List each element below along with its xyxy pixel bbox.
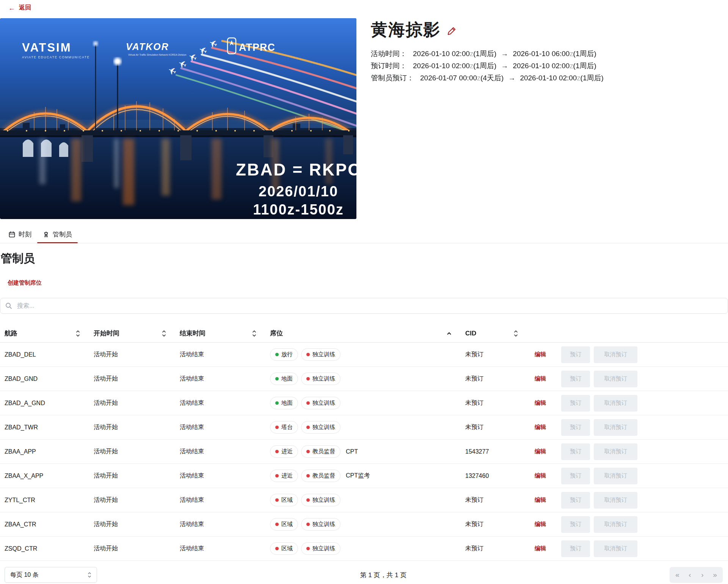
cancel-book-button[interactable]: 取消预订 xyxy=(594,346,637,363)
book-button[interactable]: 预订 xyxy=(561,346,590,363)
book-button[interactable]: 预订 xyxy=(561,371,590,387)
badge-label: 独立训练 xyxy=(312,375,335,382)
cancel-book-button[interactable]: 取消预订 xyxy=(594,468,637,484)
book-button[interactable]: 预订 xyxy=(561,443,590,460)
search-bar xyxy=(0,298,728,314)
cancel-book-button[interactable]: 取消预订 xyxy=(594,419,637,436)
sort-icon xyxy=(162,330,166,337)
end-time-cell: 活动结束 xyxy=(175,375,265,383)
actions-cell: 编辑 预订 取消预订 xyxy=(527,516,728,533)
badge-label: 独立训练 xyxy=(312,399,335,407)
cancel-book-button[interactable]: 取消预订 xyxy=(594,395,637,412)
tab-bar: 时刻 管制员 xyxy=(0,226,728,243)
cid-cell: 未预订 xyxy=(461,351,527,359)
edit-link[interactable]: 编辑 xyxy=(535,399,546,407)
end-time-cell: 活动结束 xyxy=(175,472,265,480)
book-button[interactable]: 预订 xyxy=(561,492,590,509)
badge-label: 进近 xyxy=(281,448,293,455)
route-cell: ZBAD_GND xyxy=(0,376,89,382)
tab-schedule[interactable]: 时刻 xyxy=(3,226,37,243)
position-badges: 地面独立训练 xyxy=(270,397,340,409)
badge-dot xyxy=(306,474,310,478)
badge-label: 地面 xyxy=(281,375,293,382)
back-arrow-icon: ← xyxy=(8,5,15,11)
end-time-cell: 活动结束 xyxy=(175,423,265,431)
edit-link[interactable]: 编辑 xyxy=(535,545,546,552)
edit-event-icon[interactable] xyxy=(447,26,457,36)
page-size-select[interactable]: 每页 10 条 xyxy=(5,567,97,583)
badge-label: 独立训练 xyxy=(312,424,335,431)
book-button[interactable]: 预订 xyxy=(561,540,590,557)
book-button[interactable]: 预订 xyxy=(561,395,590,412)
route-cell: ZBAD_TWR xyxy=(0,424,89,431)
prev-page-button[interactable]: ‹ xyxy=(684,567,696,583)
end-time-cell: 活动结束 xyxy=(175,496,265,504)
edit-link[interactable]: 编辑 xyxy=(535,375,546,382)
table-row: ZBAD_GND 活动开始 活动结束 地面独立训练 未预订 编辑 预订 取消预订 xyxy=(0,367,728,391)
event-time-row: 活动时间：2026-01-10 02:00Z(1周后)→2026-01-10 0… xyxy=(371,48,728,60)
edit-link[interactable]: 编辑 xyxy=(535,472,546,479)
cancel-book-button[interactable]: 取消预订 xyxy=(594,443,637,460)
column-header-cid[interactable]: CID xyxy=(461,330,527,337)
end-time-cell: 活动结束 xyxy=(175,520,265,528)
column-header-position[interactable]: 席位 xyxy=(265,329,461,338)
route-cell: ZBAA_APP xyxy=(0,448,89,455)
table-row: ZBAD_TWR 活动开始 活动结束 塔台独立训练 未预订 编辑 预订 取消预订 xyxy=(0,415,728,440)
book-button[interactable]: 预订 xyxy=(561,516,590,533)
column-header-end[interactable]: 结束时间 xyxy=(175,329,265,338)
sort-icon xyxy=(514,330,518,337)
edit-link[interactable]: 编辑 xyxy=(535,448,546,455)
cid-cell: 未预订 xyxy=(461,545,527,553)
cancel-book-button[interactable]: 取消预订 xyxy=(594,492,637,509)
route-cell: ZYTL_CTR xyxy=(0,497,89,504)
book-button[interactable]: 预订 xyxy=(561,468,590,484)
actions-cell: 编辑 预订 取消预订 xyxy=(527,492,728,509)
table-row: ZBAD_DEL 活动开始 活动结束 放行独立训练 未预订 编辑 预订 取消预订 xyxy=(0,343,728,367)
book-button[interactable]: 预订 xyxy=(561,419,590,436)
search-input[interactable] xyxy=(0,298,728,314)
badge-dot xyxy=(306,426,310,429)
cancel-book-button[interactable]: 取消预订 xyxy=(594,516,637,533)
cancel-book-button[interactable]: 取消预订 xyxy=(594,540,637,557)
back-link[interactable]: ← 返回 xyxy=(8,4,31,12)
position-badge: 独立训练 xyxy=(301,518,340,531)
edit-link[interactable]: 编辑 xyxy=(535,496,546,504)
end-time-cell: 活动结束 xyxy=(175,351,265,359)
badge-dot xyxy=(306,450,310,453)
column-header-start[interactable]: 开始时间 xyxy=(89,329,175,338)
position-badge: 独立训练 xyxy=(301,494,340,506)
start-time-cell: 活动开始 xyxy=(89,399,175,407)
badge-dot xyxy=(275,353,279,356)
edit-link[interactable]: 编辑 xyxy=(535,351,546,358)
event-meta: 黄海掠影 活动时间：2026-01-10 02:00Z(1周后)→2026-01… xyxy=(356,18,728,219)
tab-controllers[interactable]: 管制员 xyxy=(37,226,78,243)
position-badge: 区域 xyxy=(270,542,298,555)
start-time-cell: 活动开始 xyxy=(89,545,175,553)
actions-cell: 编辑 预订 取消预订 xyxy=(527,346,728,363)
badge-dot xyxy=(275,474,279,478)
position-cell: 区域独立训练 xyxy=(265,542,461,555)
position-badge: 教员监督 xyxy=(301,470,340,482)
badge-label: 教员监督 xyxy=(312,448,335,455)
badge-label: 进近 xyxy=(281,472,293,479)
event-times: 活动时间：2026-01-10 02:00Z(1周后)→2026-01-10 0… xyxy=(371,48,728,84)
actions-cell: 编辑 预订 取消预订 xyxy=(527,371,728,387)
create-position-button[interactable]: 创建管制席位 xyxy=(8,279,42,287)
badge-dot xyxy=(306,498,310,502)
table-row: ZBAA_X_APP 活动开始 活动结束 进近教员监督 CPT监考 132746… xyxy=(0,464,728,488)
next-page-button[interactable]: › xyxy=(696,567,709,583)
position-badges: 地面独立训练 xyxy=(270,373,340,385)
badge-label: 地面 xyxy=(281,399,293,407)
badge-label: 独立训练 xyxy=(312,351,335,358)
position-badges: 区域独立训练 xyxy=(270,494,340,506)
cancel-book-button[interactable]: 取消预订 xyxy=(594,371,637,387)
edit-link[interactable]: 编辑 xyxy=(535,424,546,431)
column-header-route[interactable]: 航路 xyxy=(0,329,89,338)
route-cell: ZBAD_DEL xyxy=(0,351,89,358)
last-page-button[interactable]: » xyxy=(709,567,721,583)
edit-link[interactable]: 编辑 xyxy=(535,521,546,528)
position-cell: 地面独立训练 xyxy=(265,397,461,409)
first-page-button[interactable]: « xyxy=(671,567,684,583)
position-badge: 独立训练 xyxy=(301,542,340,555)
position-badge: 塔台 xyxy=(270,421,298,434)
